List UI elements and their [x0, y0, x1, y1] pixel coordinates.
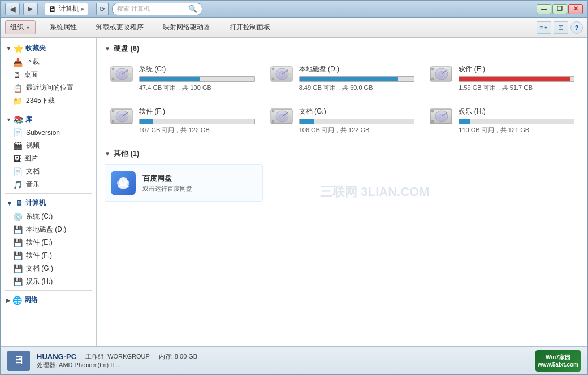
drive-0-icon	[110, 64, 133, 89]
titlebar-left: ◀ ▶ 🖥 计算机 ▸ ⟳ 搜索 计算机 🔍	[5, 3, 202, 15]
status-info: HUANG-PC 工作组: WORKGROUP 内存: 8.00 GB 处理器:…	[37, 352, 197, 369]
hard-disk-section: ▼ 硬盘 (6)	[105, 43, 580, 139]
sidebar-item-desktop[interactable]: 🖥 桌面	[1, 68, 96, 81]
drive-2-icon	[429, 64, 453, 89]
win7-badge: Win7家园 www.5aixt.com	[535, 350, 581, 372]
baidu-cloud-item[interactable]: 百度网盘 双击运行百度网盘	[105, 164, 263, 202]
other-title: 其他 (1)	[114, 149, 140, 159]
drive-5-name: 娱乐 (H:)	[459, 107, 574, 116]
drive-3-icon	[110, 107, 133, 131]
sidebar-item-d[interactable]: 💾 本地磁盘 (D:)	[1, 223, 96, 236]
close-button[interactable]: ✕	[568, 4, 583, 14]
memory-label: 内存: 8.00 GB	[159, 352, 197, 361]
sidebar-computer-header[interactable]: ▼ 🖥 计算机	[1, 196, 96, 210]
sidebar-item-f[interactable]: 💾 软件 (F:)	[1, 249, 96, 262]
drive-g-icon: 💾	[13, 264, 23, 273]
hard-disk-collapse-icon[interactable]: ▼	[105, 46, 110, 52]
layout-button[interactable]: ⊡	[554, 21, 568, 34]
drive-e-icon: 💾	[13, 238, 23, 247]
maximize-button[interactable]: ❐	[552, 4, 567, 14]
video-icon: 🎬	[13, 141, 23, 150]
sidebar-computer-section: ▼ 🖥 计算机 💿 系统 (C:) 💾 本地磁盘 (D:) 💾 软件 (E:)	[1, 196, 96, 288]
map-drive-button[interactable]: 映射网络驱动器	[158, 20, 215, 34]
address-bar[interactable]: 🖥 计算机 ▸	[45, 3, 88, 15]
drive-f-icon: 💾	[13, 251, 23, 260]
download-label: 下载	[26, 57, 40, 67]
favorites-label: 收藏夹	[25, 43, 46, 53]
drive-2-name: 软件 (E:)	[459, 64, 574, 74]
drive-item-5[interactable]: 娱乐 (H:) 110 GB 可用，共 121 GB	[424, 102, 580, 139]
search-bar[interactable]: 搜索 计算机 🔍	[112, 3, 202, 15]
main-window: ◀ ▶ 🖥 计算机 ▸ ⟳ 搜索 计算机 🔍 — ❐ ✕ 组织 ▼ 系统属性	[0, 0, 588, 375]
sidebar-item-music[interactable]: 🎵 音乐	[1, 178, 96, 191]
image-label: 图片	[24, 154, 38, 163]
sidebar-item-e[interactable]: 💾 软件 (E:)	[1, 236, 96, 249]
drive-item-3[interactable]: 软件 (F:) 107 GB 可用，共 122 GB	[105, 102, 260, 139]
other-underline	[145, 154, 580, 154]
main-area: ▼ ⭐ 收藏夹 📥 下载 🖥 桌面 📋 最近访问的位置 📁	[1, 38, 587, 346]
drive-3-info: 软件 (F:) 107 GB 可用，共 122 GB	[139, 107, 255, 134]
sidebar-item-recent[interactable]: 📋 最近访问的位置	[1, 81, 96, 94]
toolbar: 组织 ▼ 系统属性 卸载或更改程序 映射网络驱动器 打开控制面板 ≡ ▼ ⊡ ?	[1, 18, 587, 38]
back-button[interactable]: ◀	[5, 3, 20, 15]
sidebar-network-header[interactable]: ▶ 🌐 网络	[1, 293, 96, 307]
svg-point-4	[112, 68, 114, 70]
system-properties-button[interactable]: 系统属性	[45, 20, 82, 34]
svg-point-17	[431, 78, 434, 80]
library-collapse-icon: ▼	[6, 117, 11, 123]
view-options-button[interactable]: ≡ ▼	[537, 21, 551, 34]
sidebar-item-document[interactable]: 📄 文档	[1, 165, 96, 178]
document-label: 文档	[26, 167, 40, 176]
address-sep: ▸	[81, 6, 84, 12]
drive-c-icon: 💿	[13, 212, 23, 221]
drive-item-4[interactable]: 文档 (G:) 106 GB 可用，共 122 GB	[265, 102, 420, 139]
sidebar-item-image[interactable]: 🖼 图片	[1, 152, 96, 165]
drive-d-label: 本地磁盘 (D:)	[26, 225, 66, 234]
svg-point-11	[272, 78, 274, 80]
sidebar-item-video[interactable]: 🎬 视频	[1, 139, 96, 152]
drive-5-icon	[429, 107, 453, 131]
image-icon: 🖼	[13, 154, 21, 163]
search-icon: 🔍	[188, 5, 197, 13]
titlebar: ◀ ▶ 🖥 计算机 ▸ ⟳ 搜索 计算机 🔍 — ❐ ✕	[1, 1, 587, 18]
sidebar-favorites-header[interactable]: ▼ ⭐ 收藏夹	[1, 41, 96, 55]
uninstall-button[interactable]: 卸载或更改程序	[91, 20, 149, 34]
drive-item-2[interactable]: 软件 (E:) 1.59 GB 可用，共 51.7 GB	[424, 59, 580, 97]
library-label: 库	[25, 115, 32, 124]
other-collapse-icon[interactable]: ▼	[105, 151, 110, 157]
download2345-label: 2345下载	[26, 96, 55, 106]
sidebar-item-subversion[interactable]: 📄 Subversion	[1, 127, 96, 139]
music-icon: 🎵	[13, 180, 23, 189]
sidebar: ▼ ⭐ 收藏夹 📥 下载 🖥 桌面 📋 最近访问的位置 📁	[1, 38, 97, 346]
svg-point-29	[272, 120, 274, 123]
organize-button[interactable]: 组织 ▼	[5, 20, 36, 34]
control-panel-label: 打开控制面板	[230, 23, 270, 32]
help-button[interactable]: ?	[570, 21, 583, 34]
svg-point-35	[431, 120, 434, 123]
sidebar-item-c[interactable]: 💿 系统 (C:)	[1, 210, 96, 223]
sidebar-item-g[interactable]: 💾 文档 (G:)	[1, 262, 96, 275]
drive-grid: 系统 (C:) 47.4 GB 可用，共 100 GB	[105, 59, 580, 139]
baidu-info: 百度网盘 双击运行百度网盘	[142, 173, 192, 193]
win7-badge-line1: Win7家园	[538, 354, 578, 361]
sidebar-library-header[interactable]: ▼ 📚 库	[1, 112, 96, 127]
drive-item-0[interactable]: 系统 (C:) 47.4 GB 可用，共 100 GB	[105, 59, 260, 97]
drive-item-1[interactable]: 本地磁盘 (D:) 8.49 GB 可用，共 60.0 GB	[265, 59, 420, 97]
sidebar-item-2345download[interactable]: 📁 2345下载	[1, 94, 96, 107]
statusbar: 🖥 HUANG-PC 工作组: WORKGROUP 内存: 8.00 GB 处理…	[1, 346, 587, 374]
drive-2-bar-container	[459, 76, 574, 82]
minimize-button[interactable]: —	[537, 4, 551, 14]
forward-button[interactable]: ▶	[23, 3, 38, 15]
svg-point-39	[124, 180, 129, 186]
refresh-button[interactable]: ⟳	[96, 3, 109, 15]
hard-disk-underline	[145, 49, 580, 49]
library-icon: 📚	[14, 115, 23, 124]
control-panel-button[interactable]: 打开控制面板	[224, 20, 275, 34]
other-section: ▼ 其他 (1) 百度网盘	[105, 149, 580, 202]
sidebar-item-download[interactable]: 📥 下载	[1, 55, 96, 68]
drive-1-info: 本地磁盘 (D:) 8.49 GB 可用，共 60.0 GB	[299, 64, 415, 92]
svg-point-28	[272, 110, 274, 112]
address-text: 计算机	[59, 4, 79, 14]
computer-collapse-icon: ▼	[6, 199, 13, 207]
sidebar-item-h[interactable]: 💾 娱乐 (H:)	[1, 275, 96, 288]
